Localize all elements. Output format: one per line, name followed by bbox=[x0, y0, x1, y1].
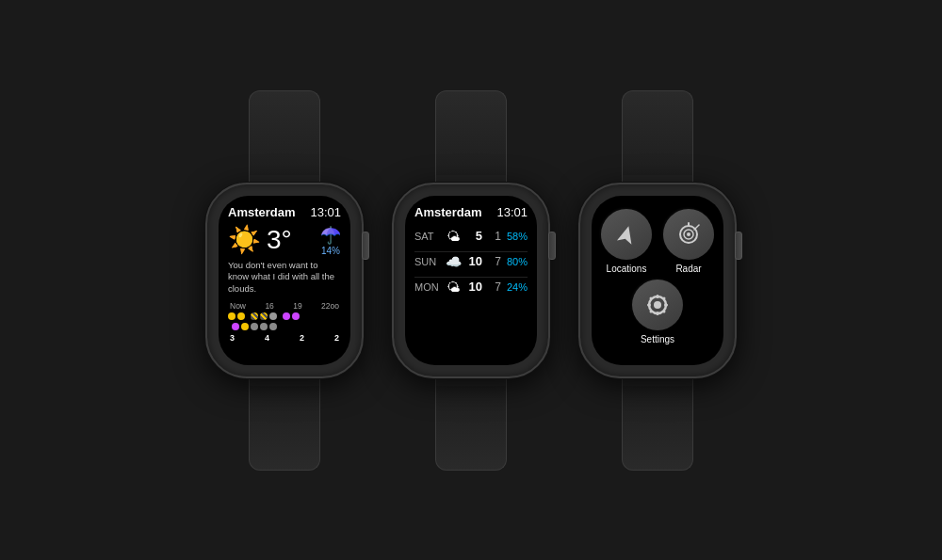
dot bbox=[283, 312, 290, 320]
gear-icon bbox=[645, 293, 670, 317]
menu-screen: Locations Radar bbox=[592, 196, 723, 365]
band-connector-bottom-2 bbox=[435, 378, 507, 386]
svg-rect-9 bbox=[647, 303, 651, 306]
city-name: Amsterdam bbox=[228, 205, 296, 219]
hour-19: 19 bbox=[293, 301, 301, 311]
navigation-icon bbox=[615, 223, 638, 246]
dot bbox=[232, 323, 239, 330]
weather-main: ☀️ 3° ☂️ 14% bbox=[228, 225, 341, 256]
locations-icon-circle bbox=[601, 209, 652, 260]
hour-16: 16 bbox=[265, 301, 273, 311]
forecast-rain: 80% bbox=[507, 256, 528, 267]
dot bbox=[251, 312, 258, 320]
svg-marker-0 bbox=[617, 224, 636, 245]
dots-group-16 bbox=[251, 312, 277, 320]
dot bbox=[228, 312, 236, 320]
band-top-2 bbox=[435, 90, 507, 175]
sun-icon: ☀️ bbox=[228, 227, 261, 253]
locations-button[interactable]: Locations bbox=[601, 209, 652, 274]
forecast-row-sun: SUN ☁️ 10 7 80% bbox=[414, 254, 528, 269]
radar-button[interactable]: Radar bbox=[663, 209, 714, 274]
dot bbox=[251, 323, 258, 330]
weather-message: You don't even want to know what I did w… bbox=[228, 260, 341, 296]
forecast-rain: 24% bbox=[507, 281, 528, 293]
band-connector-top-1 bbox=[249, 175, 320, 183]
dot bbox=[241, 323, 249, 330]
forecast-day: SUN bbox=[414, 256, 441, 267]
current-weather-screen: Amsterdam 13:01 ☀️ 3° ☂️ 14% You don't e… bbox=[219, 196, 350, 365]
hour-now: Now bbox=[230, 301, 246, 311]
watch-body-1: Amsterdam 13:01 ☀️ 3° ☂️ 14% You don't e… bbox=[205, 183, 364, 378]
dot bbox=[260, 323, 268, 330]
temp-16: 4 bbox=[265, 333, 269, 343]
forecast-low: 1 bbox=[490, 230, 501, 243]
watch-3: Locations Radar bbox=[578, 90, 737, 471]
dot bbox=[237, 312, 245, 320]
settings-button[interactable]: Settings bbox=[632, 280, 683, 344]
band-bottom-2 bbox=[435, 386, 507, 471]
svg-rect-10 bbox=[664, 303, 668, 306]
temp-22: 2 bbox=[334, 333, 339, 343]
dots-group-19 bbox=[283, 312, 300, 320]
menu-top-row: Locations Radar bbox=[601, 209, 714, 274]
radar-label: Radar bbox=[675, 264, 701, 274]
svg-rect-7 bbox=[657, 295, 659, 298]
band-connector-top-2 bbox=[435, 175, 507, 183]
weather-dots bbox=[228, 312, 341, 331]
forecast-icon: 🌤 bbox=[445, 229, 462, 244]
dots-group-now bbox=[228, 312, 245, 320]
dot bbox=[292, 312, 300, 320]
watch-body-3: Locations Radar bbox=[578, 183, 737, 378]
band-top-1 bbox=[249, 90, 320, 175]
watch-2: Amsterdam 13:01 SAT 🌤 5 1 58% SUN ☁️ 10 … bbox=[392, 90, 550, 471]
forecast-high: 5 bbox=[465, 229, 482, 243]
forecast-low: 7 bbox=[490, 280, 501, 294]
forecast-row-sat: SAT 🌤 5 1 58% bbox=[414, 229, 528, 244]
dot bbox=[260, 312, 268, 320]
forecast-icon: 🌤 bbox=[445, 280, 462, 295]
temperature: 3° bbox=[267, 225, 292, 255]
forecast-day: SAT bbox=[414, 231, 441, 242]
temp-row: ☀️ 3° bbox=[228, 225, 292, 255]
settings-icon-circle bbox=[632, 280, 683, 330]
forecast-header: Amsterdam 13:01 bbox=[414, 205, 528, 219]
rain-percent: 14% bbox=[321, 246, 340, 256]
temp-19: 2 bbox=[300, 333, 304, 343]
forecast-icon: ☁️ bbox=[445, 254, 462, 269]
hourly-times: Now 16 19 22oo bbox=[228, 301, 341, 311]
band-top-3 bbox=[622, 90, 693, 175]
forecast-time: 13:01 bbox=[496, 205, 528, 219]
forecast-low: 7 bbox=[490, 255, 501, 268]
svg-rect-8 bbox=[657, 312, 659, 315]
forecast-high: 10 bbox=[465, 280, 482, 294]
svg-point-3 bbox=[687, 232, 690, 236]
band-bottom-1 bbox=[249, 386, 320, 471]
hour-22: 22oo bbox=[321, 301, 339, 311]
forecast-high: 10 bbox=[465, 254, 482, 268]
umbrella-icon: ☂️ bbox=[320, 225, 341, 246]
locations-label: Locations bbox=[607, 264, 647, 274]
rain-info: ☂️ 14% bbox=[320, 225, 341, 256]
watch-screen-1: Amsterdam 13:01 ☀️ 3° ☂️ 14% You don't e… bbox=[219, 196, 350, 365]
current-time: 13:01 bbox=[310, 205, 341, 219]
settings-label: Settings bbox=[641, 334, 674, 344]
dot bbox=[269, 323, 277, 330]
watch-screen-2: Amsterdam 13:01 SAT 🌤 5 1 58% SUN ☁️ 10 … bbox=[405, 196, 537, 365]
forecast-screen: Amsterdam 13:01 SAT 🌤 5 1 58% SUN ☁️ 10 … bbox=[405, 196, 537, 365]
forecast-rain: 58% bbox=[507, 231, 528, 242]
band-connector-top-3 bbox=[622, 175, 693, 183]
radar-icon bbox=[676, 222, 701, 247]
band-bottom-3 bbox=[622, 386, 693, 471]
forecast-city: Amsterdam bbox=[414, 205, 482, 219]
svg-point-5 bbox=[654, 301, 661, 309]
watch-screen-3: Locations Radar bbox=[592, 196, 723, 365]
temp-now: 3 bbox=[230, 333, 235, 343]
dots-group-22 bbox=[232, 323, 277, 330]
band-connector-bottom-1 bbox=[249, 378, 320, 386]
forecast-day: MON bbox=[414, 281, 441, 293]
forecast-row-mon: MON 🌤 10 7 24% bbox=[414, 280, 528, 295]
watch-1: Amsterdam 13:01 ☀️ 3° ☂️ 14% You don't e… bbox=[205, 90, 364, 471]
menu-bottom-row: Settings bbox=[632, 280, 683, 344]
dot bbox=[269, 312, 277, 320]
watch-body-2: Amsterdam 13:01 SAT 🌤 5 1 58% SUN ☁️ 10 … bbox=[392, 183, 550, 378]
